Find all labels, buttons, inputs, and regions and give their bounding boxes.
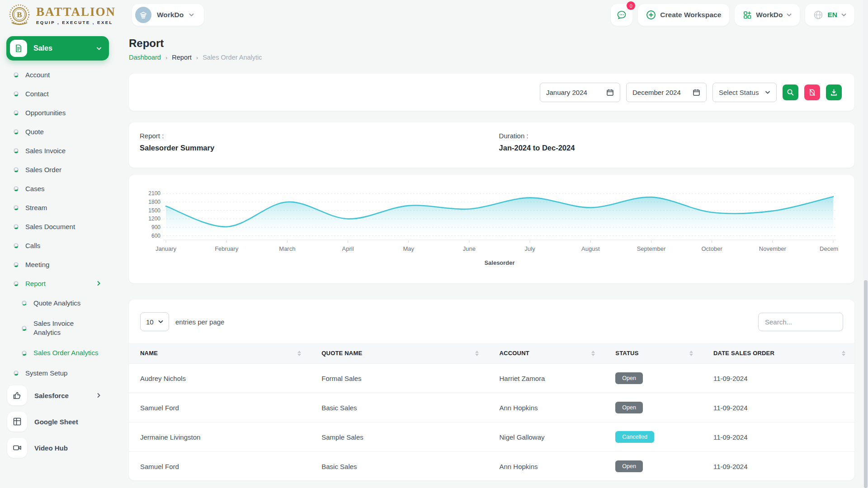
- svg-text:November: November: [759, 245, 787, 252]
- cell-account: Ann Hopkins: [488, 393, 604, 422]
- status-select[interactable]: Select Status: [712, 83, 777, 102]
- create-workspace-button[interactable]: Create Workspace: [638, 4, 729, 26]
- workspace-chip[interactable]: WorkDo: [132, 4, 204, 26]
- start-month-input[interactable]: January 2024: [540, 83, 620, 102]
- search-icon: [787, 89, 794, 96]
- chevron-down-icon: [841, 13, 846, 17]
- chevron-right-icon: [97, 393, 101, 398]
- sidebar-item-stream[interactable]: Stream: [6, 198, 109, 217]
- workspace-menu-button[interactable]: WorkDo: [735, 4, 800, 26]
- report-value: Salesorder Summary: [140, 144, 844, 152]
- clear-filter-button[interactable]: [804, 84, 820, 100]
- table-row: Jermaine Livingston Sample Sales Nigel G…: [129, 422, 854, 452]
- column-header-quote-name[interactable]: QUOTE NAME: [310, 343, 488, 364]
- apply-filter-button[interactable]: [783, 84, 798, 100]
- calendar-icon: [606, 89, 614, 96]
- cell-quote-name: Basic Sales: [310, 393, 488, 422]
- cell-date: 11-09-2024: [702, 452, 854, 481]
- messages-button[interactable]: 0: [611, 4, 632, 26]
- table-header-row: NAME QUOTE NAME ACCOUNT STATUS DATE SALE…: [129, 343, 854, 364]
- column-header-date-sales-order[interactable]: DATE SALES ORDER: [702, 343, 854, 364]
- bullet-icon: [14, 186, 19, 191]
- breadcrumb-separator: ›: [165, 54, 167, 61]
- svg-text:May: May: [403, 245, 414, 252]
- cell-account: Harriet Zamora: [488, 364, 604, 393]
- sort-icon[interactable]: [297, 351, 301, 356]
- sidebar-item-sales-invoice-analytics[interactable]: Sales Invoice Analytics: [6, 313, 109, 343]
- table-search-input[interactable]: [758, 313, 843, 331]
- cell-account: Nigel Galloway: [488, 422, 604, 452]
- sidebar-item-sales-order-analytics[interactable]: Sales Order Analytics: [6, 343, 109, 363]
- sales-order-table-card: 10 entries per page NAME QUOTE NAME ACCO…: [129, 300, 854, 480]
- chat-bubble-icon: [616, 9, 627, 20]
- sidebar-item-meeting[interactable]: Meeting: [6, 255, 109, 274]
- breadcrumb-report[interactable]: Report: [172, 54, 192, 61]
- sidebar-item-sales-document[interactable]: Sales Document: [6, 217, 109, 236]
- thumbs-up-icon: [12, 390, 22, 400]
- report-label: Report :: [140, 132, 844, 140]
- sidebar-item-report[interactable]: Report: [6, 274, 109, 293]
- report-summary-card: Report : Salesorder Summary Duration : J…: [129, 122, 854, 168]
- column-header-account[interactable]: ACCOUNT: [488, 343, 604, 364]
- messages-count-badge: 0: [627, 1, 635, 10]
- workspace-chip-label: WorkDo: [157, 11, 184, 19]
- sidebar-item-cases[interactable]: Cases: [6, 179, 109, 198]
- cell-quote-name: Formal Sales: [310, 364, 488, 393]
- sidebar-section-label: Sales: [33, 44, 90, 52]
- sales-module-tile: [10, 40, 27, 57]
- brand-tagline: EQUIP , EXECUTE , EXEL: [36, 20, 116, 25]
- top-header: B BATTALION EQUIP , EXECUTE , EXEL WorkD…: [0, 0, 868, 30]
- sort-icon[interactable]: [842, 351, 845, 356]
- battalion-crest-icon: B: [7, 3, 32, 27]
- sidebar-item-account[interactable]: Account: [6, 65, 109, 84]
- column-header-status[interactable]: STATUS: [604, 343, 702, 364]
- download-button[interactable]: [826, 84, 842, 100]
- workspace-avatar: [135, 7, 151, 23]
- scrollbar-thumb[interactable]: [864, 280, 868, 488]
- sidebar-item-video-hub[interactable]: Video Hub: [6, 435, 109, 461]
- sidebar-item-quote-analytics[interactable]: Quote Analytics: [6, 293, 109, 313]
- end-month-input[interactable]: December 2024: [626, 83, 707, 102]
- sidebar-item-sales-order[interactable]: Sales Order: [6, 160, 109, 179]
- language-selector[interactable]: EN: [805, 4, 854, 26]
- cell-name: Audrey Nichols: [129, 364, 310, 393]
- column-header-name[interactable]: NAME: [129, 343, 310, 364]
- google-sheet-tile: [7, 412, 27, 432]
- sidebar-item-salesforce[interactable]: Salesforce: [6, 382, 109, 408]
- bullet-icon: [22, 300, 27, 305]
- sidebar-item-calls[interactable]: Calls: [6, 236, 109, 255]
- building-icon: [139, 10, 148, 19]
- sidebar-item-opportunities[interactable]: Opportunities: [6, 103, 109, 122]
- page-scrollbar[interactable]: [863, 0, 868, 488]
- sidebar-item-google-sheet[interactable]: Google Sheet: [6, 408, 109, 435]
- cell-date: 11-09-2024: [702, 422, 854, 452]
- svg-text:April: April: [342, 245, 354, 252]
- cell-quote-name: Basic Sales: [310, 452, 488, 481]
- sort-icon[interactable]: [689, 351, 693, 356]
- status-badge: Open: [615, 372, 643, 384]
- sort-icon[interactable]: [475, 351, 479, 356]
- create-workspace-label: Create Workspace: [660, 11, 721, 19]
- svg-text:2100: 2100: [148, 190, 160, 197]
- sidebar-section-sales[interactable]: Sales: [6, 36, 109, 61]
- svg-text:July: July: [525, 245, 536, 252]
- cell-name: Samuel Ford: [129, 452, 310, 481]
- bullet-icon: [14, 129, 19, 134]
- sidebar-item-contact[interactable]: Contact: [6, 84, 109, 103]
- breadcrumb-dashboard[interactable]: Dashboard: [129, 54, 161, 61]
- salesforce-tile: [7, 385, 27, 405]
- bullet-icon: [14, 91, 19, 96]
- entries-per-page-select[interactable]: 10: [140, 312, 169, 331]
- cell-name: Samuel Ford: [129, 393, 310, 422]
- salesorder-chart-card: 6009001200150018002100JanuaryFebruaryMar…: [129, 175, 854, 283]
- grid-plus-icon: [743, 10, 752, 19]
- sidebar-item-sales-invoice[interactable]: Sales Invoice: [6, 141, 109, 160]
- sort-icon[interactable]: [591, 351, 595, 356]
- sidebar-item-system-setup[interactable]: System Setup: [6, 363, 109, 382]
- table-row: Audrey Nichols Formal Sales Harriet Zamo…: [129, 364, 854, 393]
- sales-order-table: NAME QUOTE NAME ACCOUNT STATUS DATE SALE…: [129, 343, 854, 480]
- sidebar-item-quote[interactable]: Quote: [6, 122, 109, 141]
- file-slash-icon: [808, 89, 816, 96]
- sidebar: Sales Account Contact Opportunities Quot…: [0, 30, 115, 488]
- status-badge: Open: [615, 460, 643, 472]
